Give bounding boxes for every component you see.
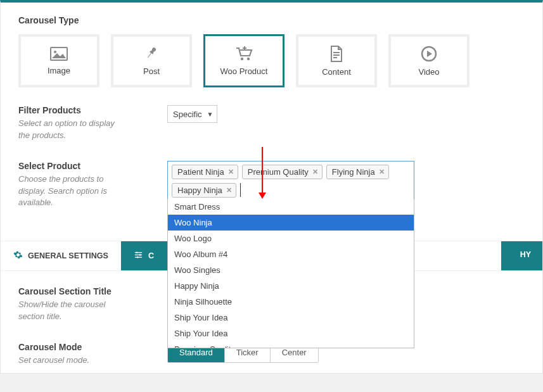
filter-products-row: Filter Products Select an option to disp… bbox=[18, 105, 525, 142]
product-tag[interactable]: Flying Ninja✕ bbox=[326, 165, 389, 179]
carousel-type-label: Content bbox=[322, 67, 351, 77]
svg-point-16 bbox=[137, 256, 139, 258]
carousel-type-woo-product[interactable]: Woo Product bbox=[203, 34, 284, 87]
select-product-hint: Choose the products to display. Search o… bbox=[18, 174, 123, 210]
carousel-mode-hint: Set carousel mode. bbox=[18, 355, 123, 367]
filter-products-select[interactable]: Specific ▼ bbox=[167, 105, 217, 123]
select-product-label: Select Product bbox=[18, 161, 123, 171]
carousel-type-post[interactable]: Post bbox=[111, 34, 192, 87]
svg-point-1 bbox=[54, 51, 56, 53]
svg-point-3 bbox=[241, 57, 243, 60]
product-option[interactable]: Ship Your Idea bbox=[168, 326, 414, 341]
tab-general-settings[interactable]: GENERAL SETTINGS bbox=[1, 241, 121, 270]
tab-label-partial: C bbox=[148, 251, 154, 260]
remove-tag-icon[interactable]: ✕ bbox=[226, 186, 232, 194]
pin-icon bbox=[144, 46, 158, 61]
carousel-type-label: Image bbox=[48, 66, 70, 75]
product-option[interactable]: Smart Dress bbox=[168, 199, 414, 215]
filter-products-hint: Select an option to display the products… bbox=[18, 118, 123, 142]
filter-products-label: Filter Products bbox=[18, 105, 123, 115]
remove-tag-icon[interactable]: ✕ bbox=[228, 168, 234, 176]
select-product-tags: Patient Ninja✕ Premium Quality✕ Flying N… bbox=[172, 165, 410, 198]
cart-icon bbox=[235, 46, 253, 61]
play-icon bbox=[421, 46, 437, 62]
svg-point-15 bbox=[139, 254, 141, 256]
carousel-type-image[interactable]: Image bbox=[18, 34, 99, 87]
carousel-type-label: Video bbox=[418, 67, 439, 77]
svg-point-14 bbox=[136, 252, 138, 254]
gear-icon bbox=[13, 250, 23, 262]
select-product-dropdown[interactable]: Smart Dress Woo Ninja Woo Logo Woo Album… bbox=[167, 199, 414, 348]
carousel-mode-label: Carousel Mode bbox=[18, 342, 123, 352]
svg-point-4 bbox=[247, 57, 250, 60]
select-product-row: Select Product Choose the products to di… bbox=[18, 161, 525, 210]
remove-tag-icon[interactable]: ✕ bbox=[379, 168, 385, 176]
sliders-icon bbox=[134, 250, 143, 262]
tab-typography-partial[interactable]: HY bbox=[501, 241, 542, 270]
svg-rect-6 bbox=[243, 47, 246, 49]
product-option[interactable]: Woo Ninja bbox=[168, 215, 414, 231]
product-option[interactable]: Ship Your Idea bbox=[168, 310, 414, 326]
carousel-type-label: Post bbox=[143, 66, 160, 76]
product-option[interactable]: Premium Quality bbox=[168, 341, 414, 348]
image-icon bbox=[50, 47, 68, 61]
settings-panel: Carousel Type Image Post Woo Product bbox=[0, 0, 543, 374]
select-product-input[interactable] bbox=[240, 183, 243, 197]
product-option[interactable]: Woo Album #4 bbox=[168, 246, 414, 262]
product-option[interactable]: Woo Singles bbox=[168, 262, 414, 278]
select-product-multiselect[interactable]: Patient Ninja✕ Premium Quality✕ Flying N… bbox=[167, 161, 414, 199]
carousel-type-content[interactable]: Content bbox=[296, 34, 377, 87]
carousel-type-options: Image Post Woo Product Content bbox=[18, 34, 525, 87]
carousel-section-title-hint: Show/Hide the carousel section title. bbox=[18, 299, 123, 323]
carousel-type-label: Woo Product bbox=[220, 66, 268, 76]
tab-label-partial: HY bbox=[520, 250, 531, 259]
product-option[interactable]: Happy Ninja bbox=[168, 278, 414, 294]
carousel-type-video[interactable]: Video bbox=[388, 34, 470, 87]
product-tag[interactable]: Premium Quality✕ bbox=[242, 165, 323, 179]
filter-products-value: Specific bbox=[173, 110, 202, 119]
remove-tag-icon[interactable]: ✕ bbox=[312, 168, 318, 176]
product-option[interactable]: Ninja Silhouette bbox=[168, 294, 414, 310]
product-option[interactable]: Woo Logo bbox=[168, 231, 414, 246]
carousel-section-title-label: Carousel Section Title bbox=[18, 286, 123, 296]
tab-label: GENERAL SETTINGS bbox=[28, 251, 108, 260]
chevron-down-icon: ▼ bbox=[207, 111, 214, 118]
document-icon bbox=[329, 46, 343, 62]
product-tag[interactable]: Happy Ninja✕ bbox=[172, 183, 236, 198]
carousel-type-heading: Carousel Type bbox=[18, 15, 525, 25]
product-tag[interactable]: Patient Ninja✕ bbox=[172, 165, 238, 179]
